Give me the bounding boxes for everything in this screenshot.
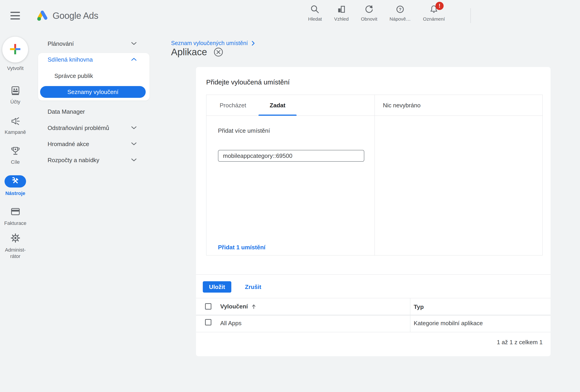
refresh-label: Obnovit [361,16,377,22]
exclusion-header-label: Vyloučení [220,303,248,310]
placements-panel: Procházet Zadat Nic nevybráno Přidat víc… [206,95,543,256]
rail-label-billing: Fakturace [0,220,31,226]
chevron-up-icon[interactable] [131,58,137,62]
tab-enter[interactable]: Zadat [270,102,285,109]
refresh-button[interactable]: Obnovit [361,4,377,22]
left-rail: Vytvořit Účty Kampaně Cíle [0,0,31,392]
nav-item-audience-manager[interactable]: Správce publik [54,72,93,80]
help-icon: ? [395,4,405,15]
column-header-type: Typ [414,303,424,310]
help-button[interactable]: ? Nápově… [390,4,411,22]
exclusions-card: Přidejte vyloučená umístění Procházet Za… [196,67,551,356]
card-heading: Přidejte vyloučená umístění [206,78,290,86]
add-placements-link[interactable]: Přidat 1 umístění [218,244,266,251]
cell-type: Kategorie mobilní aplikace [414,320,483,327]
appearance-button[interactable]: Vzhled [334,4,349,22]
rail-label-tools: Nástroje [0,190,31,196]
rail-label-accounts: Účty [0,99,31,105]
appearance-label: Vzhled [334,16,349,22]
nav-item-exclusion-lists[interactable]: Seznamy vyloučení [40,86,146,98]
rail-item-billing[interactable] [0,207,31,217]
create-plus-icon [8,43,22,57]
rail-item-campaigns[interactable] [0,116,31,126]
topbar-divider [470,8,471,23]
search-button[interactable]: Hledat [308,4,322,22]
placements-input[interactable] [218,150,364,162]
row-checkbox[interactable] [205,319,211,325]
chevron-down-icon[interactable] [131,126,137,131]
rail-label-admin-line2: rátor [0,253,31,259]
accounts-icon [0,86,31,96]
billing-icon [0,207,31,217]
appearance-icon [336,4,347,15]
rail-item-admin[interactable] [0,233,31,243]
chevron-down-icon[interactable] [131,42,137,46]
nav-item-data-manager[interactable]: Data Manager [48,108,85,115]
remove-filter-icon[interactable] [213,47,223,57]
nav-item-planning[interactable]: Plánování [48,40,74,47]
page-title: Aplikace [171,47,207,58]
notification-badge: ! [435,2,443,10]
refresh-icon [364,4,374,15]
tools-icon [11,176,20,186]
column-header-exclusion[interactable]: Vyloučení [220,303,256,310]
selection-panel-header: Nic nevybráno [375,95,543,116]
tab-browse[interactable]: Procházet [220,102,246,109]
notifications-label: Oznámení [423,16,445,22]
google-ads-app: Google Ads Hledat Vzhled Obnovit ? Nápov… [0,0,580,392]
divider [196,332,551,332]
rail-label-admin-line1: Administ- [0,247,31,253]
chevron-right-icon [252,40,255,46]
help-label: Nápově… [390,16,411,22]
nav-item-troubleshooting[interactable]: Odstraňování problémů [48,125,109,131]
rail-label-campaigns: Kampaně [0,129,31,135]
divider [196,298,551,298]
nav-item-shared-library[interactable]: Sdílená knihovna [48,56,93,63]
sort-ascending-icon [252,304,256,310]
notifications-button[interactable]: ! Oznámení [423,4,445,22]
panel-divider [375,95,375,255]
breadcrumb-link[interactable]: Seznam vyloučených umístění [171,40,248,46]
chevron-down-icon[interactable] [131,158,137,163]
title-row: Aplikace [171,47,223,58]
create-label: Vytvořit [0,65,31,71]
exclusion-lists-label: Seznamy vyloučení [67,89,118,96]
nav-item-budgets[interactable]: Rozpočty a nabídky [48,157,99,164]
cell-exclusion: All Apps [220,320,242,327]
chevron-down-icon[interactable] [131,142,137,146]
placements-input-label: Přidat více umístění [218,127,270,134]
brand-text: Google Ads [53,11,98,21]
divider [196,274,551,275]
goals-icon [0,146,31,156]
google-ads-logo-icon [36,8,48,23]
rail-item-goals[interactable] [0,146,31,156]
selection-empty-label: Nic nevybráno [383,102,421,109]
topbar-actions: Hledat Vzhled Obnovit ? Nápově… ! Ozn [308,4,445,22]
admin-gear-icon [0,233,31,243]
save-button[interactable]: Uložit [203,281,231,293]
active-tab-underline [259,115,296,116]
campaigns-icon [0,116,31,126]
tabbar: Procházet Zadat [206,95,375,116]
breadcrumb[interactable]: Seznam vyloučených umístění [171,40,255,46]
search-label: Hledat [308,16,322,22]
cancel-button[interactable]: Zrušit [240,281,266,293]
notifications-bell-icon: ! [429,4,439,15]
create-button[interactable] [2,37,28,62]
rail-item-accounts[interactable] [0,86,31,96]
google-ads-logo: Google Ads [36,8,98,23]
rail-item-tools[interactable] [4,175,26,187]
header-row-divider [196,315,551,315]
nav-item-bulk-actions[interactable]: Hromadné akce [48,141,89,148]
pagination: 1 až 1 z celkem 1 [497,339,543,346]
svg-text:?: ? [399,7,402,12]
search-icon [310,4,320,15]
rail-label-goals: Cíle [0,159,31,165]
select-all-checkbox[interactable] [205,303,211,310]
